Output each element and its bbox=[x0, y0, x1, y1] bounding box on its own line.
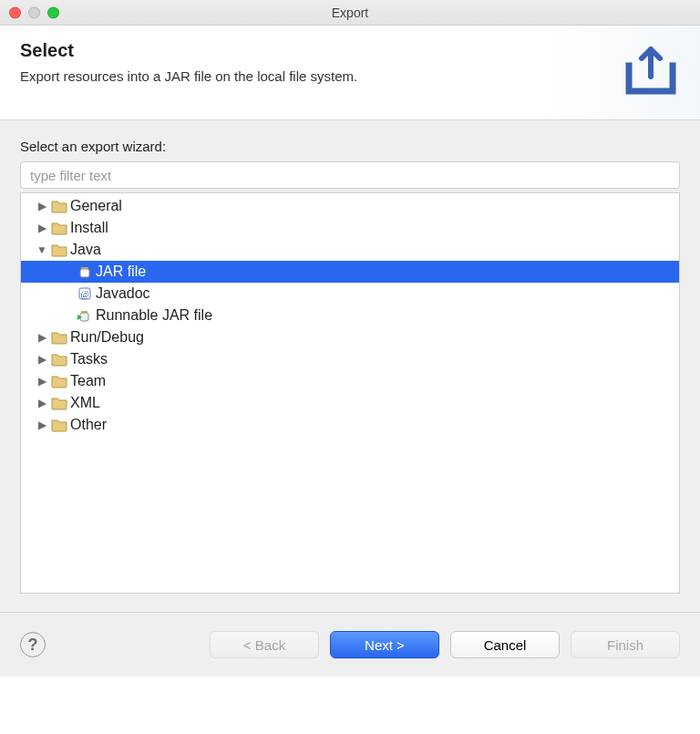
tree-item[interactable]: Runnable JAR file bbox=[21, 305, 679, 326]
folder-icon bbox=[50, 373, 68, 389]
disclosure-none bbox=[59, 285, 76, 302]
runjar-icon bbox=[76, 307, 94, 324]
disclosure-closed-icon[interactable]: ▶ bbox=[34, 395, 50, 411]
export-wizard-tree[interactable]: ▶General▶Install▼JavaJAR file@JavadocRun… bbox=[20, 192, 680, 594]
tree-item-label: Tasks bbox=[70, 351, 108, 367]
wizard-footer: ? < Back Next > Cancel Finish bbox=[0, 613, 700, 677]
tree-item[interactable]: ▼Java bbox=[21, 239, 679, 261]
wizard-body: Select an export wizard: ▶General▶Instal… bbox=[0, 120, 700, 613]
tree-item-label: General bbox=[70, 198, 122, 214]
folder-icon bbox=[50, 417, 68, 433]
tree-item-label: Install bbox=[70, 220, 108, 236]
folder-icon bbox=[50, 220, 68, 236]
next-button[interactable]: Next > bbox=[330, 631, 439, 658]
export-icon bbox=[622, 40, 680, 101]
disclosure-closed-icon[interactable]: ▶ bbox=[34, 351, 50, 367]
tree-item[interactable]: ▶Run/Debug bbox=[21, 326, 679, 348]
jar-icon bbox=[76, 264, 94, 280]
wizard-subtext: Export resources into a JAR file on the … bbox=[20, 68, 357, 84]
folder-icon bbox=[50, 198, 68, 214]
titlebar: Export bbox=[0, 0, 700, 26]
svg-rect-5 bbox=[80, 313, 88, 321]
folder-icon bbox=[50, 329, 68, 346]
folder-icon bbox=[50, 351, 68, 367]
tree-item[interactable]: ▶Tasks bbox=[21, 348, 679, 370]
tree-item-label: XML bbox=[70, 395, 100, 411]
folder-icon bbox=[50, 242, 68, 258]
help-button[interactable]: ? bbox=[20, 632, 46, 657]
zoom-window-button[interactable] bbox=[47, 6, 59, 18]
wizard-banner: Select Export resources into a JAR file … bbox=[0, 26, 700, 120]
tree-item[interactable]: ▶General bbox=[21, 195, 679, 217]
disclosure-open-icon[interactable]: ▼ bbox=[34, 242, 50, 258]
back-button: < Back bbox=[210, 631, 319, 658]
tree-item-label: Run/Debug bbox=[70, 329, 144, 346]
javadoc-icon: @ bbox=[76, 285, 94, 302]
tree-item[interactable]: ▶Team bbox=[21, 370, 679, 392]
disclosure-closed-icon[interactable]: ▶ bbox=[34, 198, 50, 214]
disclosure-closed-icon[interactable]: ▶ bbox=[34, 373, 50, 389]
folder-icon bbox=[50, 395, 68, 411]
wizard-list-label: Select an export wizard: bbox=[20, 139, 680, 154]
disclosure-none bbox=[59, 307, 76, 324]
cancel-button[interactable]: Cancel bbox=[450, 631, 560, 658]
tree-item-label: Javadoc bbox=[96, 285, 150, 302]
tree-item-label: Java bbox=[70, 242, 101, 258]
disclosure-closed-icon[interactable]: ▶ bbox=[34, 329, 50, 346]
tree-item[interactable]: JAR file bbox=[21, 261, 679, 283]
wizard-heading: Select bbox=[20, 40, 357, 61]
tree-item-label: Other bbox=[70, 417, 107, 433]
disclosure-closed-icon[interactable]: ▶ bbox=[34, 417, 50, 433]
window-controls bbox=[9, 6, 59, 18]
window-title: Export bbox=[332, 5, 368, 20]
tree-item[interactable]: ▶Other bbox=[21, 414, 679, 436]
svg-rect-1 bbox=[80, 269, 89, 277]
close-window-button[interactable] bbox=[9, 6, 21, 18]
tree-item-label: Team bbox=[70, 373, 106, 389]
tree-item[interactable]: ▶Install bbox=[21, 217, 679, 239]
svg-text:@: @ bbox=[80, 289, 88, 299]
tree-item-label: JAR file bbox=[96, 264, 146, 280]
filter-input[interactable] bbox=[20, 161, 680, 189]
disclosure-closed-icon[interactable]: ▶ bbox=[34, 220, 50, 236]
disclosure-none bbox=[59, 264, 76, 280]
tree-item[interactable]: ▶XML bbox=[21, 392, 679, 414]
tree-item[interactable]: @Javadoc bbox=[21, 283, 679, 305]
tree-item-label: Runnable JAR file bbox=[96, 307, 212, 324]
minimize-window-button[interactable] bbox=[28, 6, 40, 18]
finish-button: Finish bbox=[571, 631, 680, 658]
